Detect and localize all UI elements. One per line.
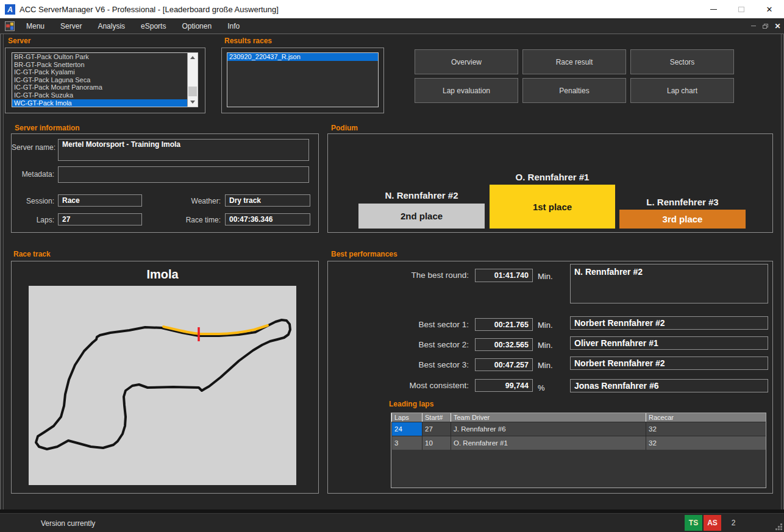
track-map-canvas <box>29 286 296 485</box>
metadata-label: Metadata: <box>12 170 54 179</box>
most-consistent-unit: % <box>538 383 545 392</box>
best-sector2-unit: Min. <box>538 341 553 350</box>
best-sector3-unit: Min. <box>538 361 553 370</box>
best-sector3-value[interactable]: 00:47.257 <box>475 358 533 371</box>
menu-item-analysis[interactable]: Analysis <box>90 18 133 34</box>
server-list-item[interactable]: IC-GT-Pack Laguna Seca <box>12 76 187 84</box>
best-round-label: The best round: <box>328 271 469 280</box>
column-header-laps[interactable]: Laps <box>391 413 422 422</box>
cell-laps[interactable]: 3 <box>391 436 422 450</box>
mdi-minimize-button[interactable] <box>747 18 759 34</box>
lap-chart-button[interactable]: Lap chart <box>630 78 734 103</box>
mdi-restore-button[interactable] <box>760 18 771 34</box>
best-sector2-value[interactable]: 00:32.565 <box>475 338 533 351</box>
weather-label: Weather: <box>184 197 221 205</box>
best-sector1-value[interactable]: 00:21.765 <box>475 318 533 331</box>
third-place-driver: L. Rennfehrer #3 <box>619 197 746 207</box>
minimize-button[interactable] <box>699 0 727 18</box>
cell-start[interactable]: 10 <box>422 436 451 450</box>
server-list-item[interactable]: IC-GT-Pack Suzuka <box>12 91 187 99</box>
race-result-button[interactable]: Race result <box>522 49 626 74</box>
menu-item-optionen[interactable]: Optionen <box>174 18 219 34</box>
menu-item-info[interactable]: Info <box>219 18 248 34</box>
application-window: A ACC ServerManager V6 - Professional - … <box>0 0 784 532</box>
column-header-start[interactable]: Start# <box>422 413 451 422</box>
server-list-item[interactable]: BR-GT-Pack Snetterton <box>12 61 187 69</box>
minimize-icon <box>710 9 717 10</box>
ts-indicator[interactable]: TS <box>685 515 702 531</box>
server-list-item[interactable]: BR-GT-Pack Oulton Park <box>12 53 187 61</box>
best-sector1-unit: Min. <box>538 321 553 330</box>
mdi-close-button[interactable]: ✕ <box>772 18 783 34</box>
server-list-item[interactable]: IC-GT-Pack Mount Panorama <box>12 83 187 91</box>
best-round-value[interactable]: 01:41.740 <box>475 269 533 282</box>
best-round-unit: Min. <box>538 272 553 281</box>
race-time-field[interactable]: 00:47:36.346 <box>225 213 310 225</box>
cell-laps-selected[interactable]: 24 <box>391 422 422 436</box>
results-listbox[interactable]: 230920_220437_R.json <box>227 52 379 107</box>
leading-laps-table[interactable]: Laps Start# Team Driver Racecar 24 27 J.… <box>391 413 766 488</box>
best-sector3-holder[interactable]: Norbert Rennfahrer #2 <box>570 356 768 370</box>
best-sector2-label: Best sector 2: <box>328 340 469 349</box>
close-button[interactable]: ✕ <box>755 0 783 18</box>
second-place-driver: N. Rennfahrer #2 <box>358 190 485 200</box>
lap-evaluation-button[interactable]: Lap evaluation <box>415 78 518 103</box>
menu-item-esports[interactable]: eSports <box>133 18 174 34</box>
menu-item-server[interactable]: Server <box>52 18 90 34</box>
mdi-right-border <box>781 34 784 509</box>
resize-grip-icon[interactable] <box>780 528 782 530</box>
menu-item-menu[interactable]: Menu <box>18 18 52 34</box>
column-header-racecar[interactable]: Racecar <box>646 413 766 422</box>
most-consistent-holder[interactable]: Jonas Rennfahrer #6 <box>570 379 768 392</box>
server-name-label: Server name: <box>12 143 54 152</box>
cell-racecar[interactable]: 32 <box>646 436 766 450</box>
maximize-icon <box>738 7 744 12</box>
best-round-holder[interactable]: N. Rennfahrer #2 <box>570 264 768 303</box>
most-consistent-value[interactable]: 99,744 <box>475 379 533 392</box>
title-bar: A ACC ServerManager V6 - Professional - … <box>0 0 784 18</box>
podium-group-box: N. Rennfahrer #2 2nd place O. Rennfahrer… <box>327 133 773 233</box>
penalties-button[interactable]: Penalties <box>522 78 626 103</box>
cell-start[interactable]: 27 <box>422 422 451 436</box>
laps-field[interactable]: 27 <box>58 213 142 225</box>
sectors-button[interactable]: Sectors <box>630 49 734 74</box>
server-list-item[interactable]: IC-GT-Pack Kyalami <box>12 68 187 76</box>
second-place-step: 2nd place <box>358 204 485 229</box>
status-count: 2 <box>724 515 743 531</box>
mdi-restore-icon <box>763 24 768 29</box>
best-sector2-holder[interactable]: Oliver Rennfahrer #1 <box>570 336 768 350</box>
laps-label: Laps: <box>12 216 54 224</box>
as-indicator[interactable]: AS <box>704 515 721 531</box>
server-listbox[interactable]: BR-GT-Pack Oulton Park BR-GT-Pack Snette… <box>12 52 198 107</box>
overview-button[interactable]: Overview <box>415 49 518 74</box>
scroll-thumb[interactable] <box>188 87 197 96</box>
server-name-field[interactable]: Mertel Motorsport - Training Imola <box>58 139 309 161</box>
server-list-item-selected[interactable]: WC-GT-Pack Imola <box>12 99 187 107</box>
table-row[interactable]: 3 10 O. Rennfahrer #1 32 <box>391 436 766 450</box>
third-place-step: 3rd place <box>619 210 746 229</box>
server-list-scrollbar[interactable] <box>187 53 198 107</box>
session-field[interactable]: Race <box>58 194 142 207</box>
metadata-field[interactable] <box>58 166 309 183</box>
mdi-form-icon <box>5 21 15 31</box>
column-header-team-driver[interactable]: Team Driver <box>451 413 646 422</box>
cell-driver[interactable]: J. Rennfahrer #6 <box>451 422 646 436</box>
weather-field[interactable]: Dry track <box>225 194 310 207</box>
mdi-left-border <box>0 34 4 509</box>
maximize-button[interactable] <box>727 0 755 18</box>
cell-racecar[interactable]: 32 <box>646 422 766 436</box>
cell-driver[interactable]: O. Rennfahrer #1 <box>451 436 646 450</box>
table-row[interactable]: 24 27 J. Rennfahrer #6 32 <box>391 422 766 436</box>
server-group-label: Server <box>8 37 30 45</box>
results-list-item-selected[interactable]: 230920_220437_R.json <box>227 53 378 61</box>
status-bar: Version currently TS AS 2 <box>0 513 784 532</box>
scroll-down-icon[interactable] <box>188 98 198 107</box>
best-performances-group-box: The best round: 01:41.740 Min. N. Rennfa… <box>327 261 773 494</box>
best-sector1-holder[interactable]: Norbert Rennfahrer #2 <box>570 316 768 330</box>
scroll-up-icon[interactable] <box>188 53 198 62</box>
app-icon: A <box>5 4 15 15</box>
race-track-group-label: Race track <box>13 250 51 258</box>
server-info-group-box: Server name: Mertel Motorsport - Trainin… <box>11 133 319 233</box>
track-name: Imola <box>29 268 296 282</box>
race-time-label: Race time: <box>184 216 221 224</box>
